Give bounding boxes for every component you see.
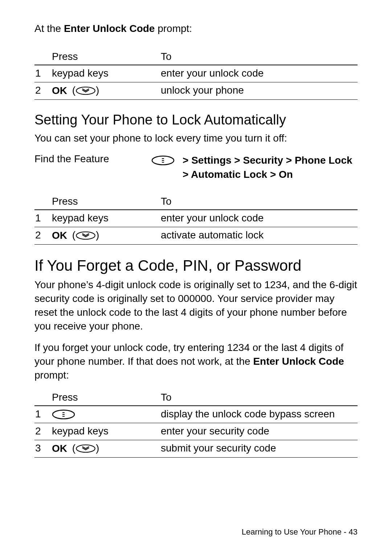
footer-text: Learning to Use Your Phone - — [242, 527, 349, 536]
page-footer: Learning to Use Your Phone - 43 — [242, 527, 358, 537]
step-to: unlock your phone — [161, 82, 358, 100]
press-text: keypad keys — [52, 425, 109, 437]
ok-label: OK — [52, 230, 67, 241]
step-press: keypad keys — [52, 423, 161, 440]
step-number: 2 — [34, 423, 52, 440]
menu-path-line1: > Settings > Security > Phone Lock — [183, 155, 352, 166]
col-header-press: Press — [52, 390, 161, 406]
step-to: enter your unlock code — [161, 210, 358, 227]
col-header-press: Press — [52, 49, 161, 65]
intro-line-1: At the Enter Unlock Code prompt: — [34, 22, 358, 36]
step-row: 3OK ()submit your security code — [34, 440, 358, 458]
ok-key-icon — [75, 444, 96, 453]
body-auto-lock: You can set your phone to lock every tim… — [34, 131, 358, 145]
body3-post: prompt: — [34, 369, 69, 381]
col-header-press: Press — [52, 194, 161, 210]
step-to: display the unlock code bypass screen — [161, 406, 358, 423]
step-press: OK () — [52, 82, 161, 100]
find-the-feature-label: Find the Feature — [34, 153, 143, 165]
step-to: submit your security code — [161, 440, 358, 458]
subheading-auto-lock: Setting Your Phone to Lock Automatically — [34, 112, 358, 128]
press-text: keypad keys — [52, 212, 109, 224]
step-number: 2 — [34, 227, 52, 245]
steps-table-1: Press To 1keypad keysenter your unlock c… — [34, 49, 358, 100]
step-number: 1 — [34, 406, 52, 423]
step-press — [52, 406, 161, 423]
steps-table-2: Press To 1keypad keysenter your unlock c… — [34, 194, 358, 245]
intro1-post: prompt: — [155, 23, 192, 34]
ok-key-icon — [75, 231, 96, 240]
step-press: OK () — [52, 440, 161, 458]
body-forget-1: Your phone’s 4-digit unlock code is orig… — [34, 278, 358, 333]
step-press: keypad keys — [52, 65, 161, 82]
intro1-bold: Enter Unlock Code — [64, 23, 155, 34]
step-row: 2keypad keysenter your security code — [34, 423, 358, 440]
find-the-feature-row: Find the Feature > Settings > Security >… — [34, 153, 358, 181]
manual-page: At the Enter Unlock Code prompt: Press T… — [0, 0, 392, 552]
step-to: enter your security code — [161, 423, 358, 440]
step-to: enter your unlock code — [161, 65, 358, 82]
col-header-to: To — [161, 194, 358, 210]
step-press: OK () — [52, 227, 161, 245]
col-header-to: To — [161, 49, 358, 65]
intro1-pre: At the — [34, 23, 64, 34]
step-number: 3 — [34, 440, 52, 458]
steps-table-3: Press To 1display the unlock code bypass… — [34, 390, 358, 458]
footer-page-number: 43 — [349, 527, 358, 536]
step-number: 1 — [34, 65, 52, 82]
press-text: keypad keys — [52, 68, 109, 79]
menu-key-icon — [52, 409, 75, 420]
step-number: 2 — [34, 82, 52, 100]
menu-key-icon — [151, 155, 175, 165]
step-to: activate automatic lock — [161, 227, 358, 245]
body-forget-2: If you forget your unlock code, try ente… — [34, 341, 358, 382]
step-row: 2OK ()unlock your phone — [34, 82, 358, 100]
step-row: 1keypad keysenter your unlock code — [34, 65, 358, 82]
menu-path: > Settings > Security > Phone Lock > Aut… — [183, 153, 358, 181]
step-row: 1display the unlock code bypass screen — [34, 406, 358, 423]
ok-label: OK — [52, 443, 67, 454]
col-header-to: To — [161, 390, 358, 406]
heading-forget-code: If You Forget a Code, PIN, or Password — [34, 257, 358, 274]
menu-path-line2: > Automatic Lock > On — [183, 169, 293, 180]
ok-key-icon — [75, 86, 96, 95]
step-row: 2OK ()activate automatic lock — [34, 227, 358, 245]
step-row: 1keypad keysenter your unlock code — [34, 210, 358, 227]
step-press: keypad keys — [52, 210, 161, 227]
body3-bold: Enter Unlock Code — [253, 356, 344, 367]
ok-label: OK — [52, 85, 67, 96]
step-number: 1 — [34, 210, 52, 227]
